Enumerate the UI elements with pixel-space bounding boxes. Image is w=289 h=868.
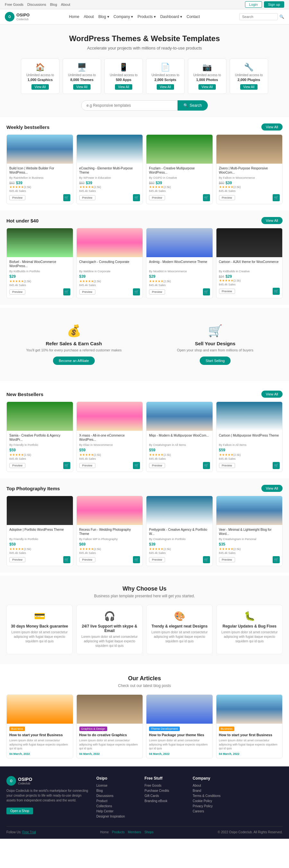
preview-button-0[interactable]: Preview bbox=[9, 195, 25, 200]
cart-new-1[interactable]: 🛒 bbox=[133, 462, 140, 469]
preview-new-3[interactable]: Preview bbox=[219, 463, 235, 468]
nav-products[interactable]: Products ▾ bbox=[138, 14, 156, 19]
cart-new-2[interactable]: 🛒 bbox=[203, 462, 210, 469]
signup-button[interactable]: Sign up bbox=[264, 1, 284, 8]
preview-hot-0[interactable]: Preview bbox=[9, 289, 25, 294]
affiliate-button[interactable]: Become an Affiliate bbox=[53, 356, 95, 365]
topbar-blog[interactable]: Blog bbox=[50, 3, 57, 6]
nav-blog[interactable]: Blog ▾ bbox=[98, 14, 109, 19]
preview-new-2[interactable]: Preview bbox=[149, 463, 165, 468]
cart-photo-3[interactable]: 🛒 bbox=[273, 556, 280, 563]
footer-link[interactable]: Product bbox=[96, 799, 138, 803]
cart-button-0[interactable]: 🛒 bbox=[63, 194, 70, 201]
product-author-1: By WPower in Education bbox=[79, 176, 140, 179]
cart-photo-1[interactable]: 🛒 bbox=[133, 556, 140, 563]
preview-hot-2[interactable]: Preview bbox=[149, 289, 165, 294]
cat-btn-5[interactable]: View All bbox=[240, 84, 258, 90]
footer-bottom-products[interactable]: Products bbox=[112, 830, 124, 834]
footer-link[interactable]: Free Goods bbox=[145, 784, 186, 787]
footer-link[interactable]: Branding eBook bbox=[145, 799, 186, 803]
product-new-image-3 bbox=[216, 402, 283, 431]
cat-btn-1[interactable]: View All bbox=[73, 84, 91, 90]
preview-button-2[interactable]: Preview bbox=[149, 195, 165, 200]
preview-photo-1[interactable]: Preview bbox=[79, 557, 95, 562]
nav-company[interactable]: Company ▾ bbox=[114, 14, 133, 19]
topbar-free-goods[interactable]: Free Goods bbox=[5, 3, 24, 6]
nav-contact[interactable]: Contact bbox=[187, 14, 200, 19]
cart-button-1[interactable]: 🛒 bbox=[133, 194, 140, 201]
footer-link[interactable]: About bbox=[193, 784, 234, 787]
login-button[interactable]: Login bbox=[245, 1, 262, 8]
footer-col-company: Company About Brand Terms & Conditions C… bbox=[193, 776, 234, 820]
footer-bottom-members[interactable]: Members bbox=[128, 830, 141, 834]
footer-link[interactable]: Designer Inspiration bbox=[96, 815, 138, 818]
footer-bottom-home[interactable]: Home bbox=[100, 830, 109, 834]
preview-new-1[interactable]: Preview bbox=[79, 463, 95, 468]
footer-link[interactable]: Privacy Policy bbox=[193, 804, 234, 808]
preview-photo-0[interactable]: Preview bbox=[9, 557, 25, 562]
footer-link[interactable]: Blog bbox=[96, 789, 138, 793]
cart-hot-3[interactable]: 🛒 bbox=[273, 288, 280, 295]
search-icon[interactable]: 🔍 bbox=[279, 14, 284, 19]
cart-button-3[interactable]: 🛒 bbox=[273, 194, 280, 201]
product-new-name-0: Samia - Creative Portfolio & Agency Word… bbox=[9, 433, 70, 442]
footer-copyright: © 2022 Osipo Codeclub. All Rights Reserv… bbox=[218, 830, 283, 834]
cart-new-0[interactable]: 🛒 bbox=[63, 462, 70, 469]
footer-link[interactable]: Brand bbox=[193, 789, 234, 793]
new-view-all[interactable]: View All bbox=[261, 391, 283, 398]
cart-hot-1[interactable]: 🛒 bbox=[133, 288, 140, 296]
cat-plugins: 🔧 Unlimited access to 2,000 Plugins View… bbox=[229, 59, 268, 94]
cart-button-2[interactable]: 🛒 bbox=[203, 194, 210, 201]
footer-link[interactable]: Terms & Conditions bbox=[193, 794, 234, 798]
hero-search-input[interactable] bbox=[81, 100, 178, 111]
preview-hot-1[interactable]: Preview bbox=[79, 289, 95, 294]
footer-bottom-shops[interactable]: Shops bbox=[145, 830, 153, 834]
preview-hot-3[interactable]: Preview bbox=[219, 289, 235, 294]
product-author-2: By OSIPO in Creative bbox=[149, 176, 210, 179]
hero-search-button[interactable]: 🔍 Search bbox=[178, 100, 208, 111]
nav-about[interactable]: About bbox=[84, 14, 94, 19]
open-shop-button[interactable]: Open a Shop bbox=[6, 808, 33, 814]
cat-btn-0[interactable]: View All bbox=[32, 84, 49, 90]
preview-photo-3[interactable]: Preview bbox=[219, 557, 235, 562]
nav-search-input[interactable] bbox=[239, 13, 278, 20]
footer-link[interactable]: Careers bbox=[193, 809, 234, 813]
cart-photo-2[interactable]: 🛒 bbox=[203, 556, 210, 563]
footer-link[interactable]: Purchase Credits bbox=[145, 789, 186, 793]
cart-hot-0[interactable]: 🛒 bbox=[63, 288, 70, 296]
topbar-discussions[interactable]: Discussions bbox=[27, 3, 46, 6]
topbar-about[interactable]: About bbox=[61, 3, 70, 6]
why-title: Why Choose Us bbox=[6, 585, 283, 592]
weekly-bestsellers-section: Weekly bestsellers View All Build Icon |… bbox=[0, 117, 289, 211]
cat-btn-2[interactable]: View All bbox=[115, 84, 133, 90]
why-card-desc-3: Lorem ipsum dolor sit amet consectetur a… bbox=[221, 630, 279, 644]
cart-photo-0[interactable]: 🛒 bbox=[63, 556, 70, 563]
hot-view-all[interactable]: View All bbox=[261, 217, 283, 224]
preview-button-1[interactable]: Preview bbox=[79, 195, 95, 200]
photo-view-all[interactable]: View All bbox=[261, 485, 283, 492]
cart-hot-2[interactable]: 🛒 bbox=[203, 288, 210, 296]
cat-btn-4[interactable]: View All bbox=[198, 84, 216, 90]
footer-link[interactable]: Gift Cards bbox=[145, 794, 186, 798]
cart-new-3[interactable]: 🛒 bbox=[273, 462, 280, 469]
start-selling-button[interactable]: Start Selling bbox=[200, 356, 230, 365]
footer-link[interactable]: Cookie Policy bbox=[193, 799, 234, 803]
nav-dashboard[interactable]: Dashboard ▾ bbox=[160, 14, 182, 19]
table-row: Miqo - Modern & Multipurpose WooCom... B… bbox=[146, 402, 213, 472]
preview-button-3[interactable]: Preview bbox=[219, 195, 235, 200]
new-bestsellers-section: New Bestsellers View All Samia - Creativ… bbox=[0, 384, 289, 478]
cat-btn-3[interactable]: View All bbox=[157, 84, 174, 90]
article-excerpt-3: Lorem ipsum dolor sit amet consectetur a… bbox=[219, 739, 280, 751]
nav-home[interactable]: Home bbox=[69, 14, 79, 19]
footer-link[interactable]: Discussions bbox=[96, 794, 138, 798]
footer-link[interactable]: Collections bbox=[96, 804, 138, 808]
preview-new-0[interactable]: Preview bbox=[9, 463, 25, 468]
product-hot-price-1: $39 bbox=[79, 274, 140, 279]
footer-link[interactable]: License bbox=[96, 784, 138, 787]
weekly-view-all[interactable]: View All bbox=[261, 123, 283, 130]
product-old-price-3: $60 bbox=[219, 181, 224, 185]
free-trial-link[interactable]: Free Trial bbox=[22, 830, 36, 834]
table-row: Chancigach - Consulting Corporate By Web… bbox=[76, 228, 143, 298]
preview-photo-2[interactable]: Preview bbox=[149, 557, 165, 562]
footer-link[interactable]: Help Center bbox=[96, 809, 138, 813]
